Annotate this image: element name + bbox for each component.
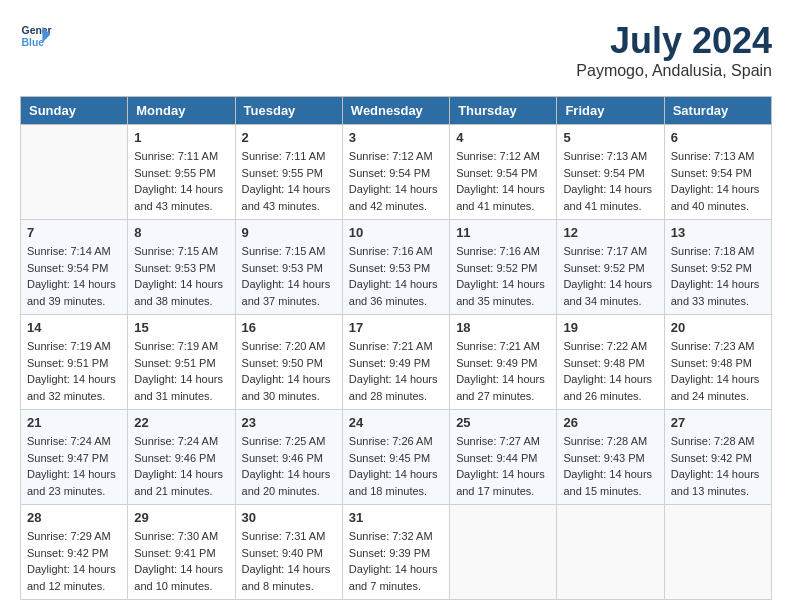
day-number: 13 <box>671 225 765 240</box>
day-info: Sunrise: 7:11 AMSunset: 9:55 PMDaylight:… <box>242 148 336 214</box>
svg-text:Blue: Blue <box>22 37 45 48</box>
day-info: Sunrise: 7:15 AMSunset: 9:53 PMDaylight:… <box>134 243 228 309</box>
weekday-header-cell: Sunday <box>21 97 128 125</box>
day-number: 5 <box>563 130 657 145</box>
day-number: 29 <box>134 510 228 525</box>
day-number: 7 <box>27 225 121 240</box>
day-number: 26 <box>563 415 657 430</box>
day-info: Sunrise: 7:31 AMSunset: 9:40 PMDaylight:… <box>242 528 336 594</box>
day-info: Sunrise: 7:16 AMSunset: 9:52 PMDaylight:… <box>456 243 550 309</box>
day-number: 17 <box>349 320 443 335</box>
calendar-day-cell: 8Sunrise: 7:15 AMSunset: 9:53 PMDaylight… <box>128 220 235 315</box>
calendar-day-cell: 13Sunrise: 7:18 AMSunset: 9:52 PMDayligh… <box>664 220 771 315</box>
calendar-day-cell: 17Sunrise: 7:21 AMSunset: 9:49 PMDayligh… <box>342 315 449 410</box>
day-number: 25 <box>456 415 550 430</box>
calendar-day-cell <box>664 505 771 600</box>
calendar-day-cell: 26Sunrise: 7:28 AMSunset: 9:43 PMDayligh… <box>557 410 664 505</box>
day-info: Sunrise: 7:25 AMSunset: 9:46 PMDaylight:… <box>242 433 336 499</box>
day-number: 27 <box>671 415 765 430</box>
calendar-day-cell: 25Sunrise: 7:27 AMSunset: 9:44 PMDayligh… <box>450 410 557 505</box>
calendar-week-row: 14Sunrise: 7:19 AMSunset: 9:51 PMDayligh… <box>21 315 772 410</box>
day-info: Sunrise: 7:23 AMSunset: 9:48 PMDaylight:… <box>671 338 765 404</box>
calendar-day-cell: 30Sunrise: 7:31 AMSunset: 9:40 PMDayligh… <box>235 505 342 600</box>
day-number: 1 <box>134 130 228 145</box>
day-number: 18 <box>456 320 550 335</box>
day-info: Sunrise: 7:18 AMSunset: 9:52 PMDaylight:… <box>671 243 765 309</box>
day-info: Sunrise: 7:26 AMSunset: 9:45 PMDaylight:… <box>349 433 443 499</box>
calendar-day-cell: 7Sunrise: 7:14 AMSunset: 9:54 PMDaylight… <box>21 220 128 315</box>
day-number: 2 <box>242 130 336 145</box>
weekday-header-cell: Saturday <box>664 97 771 125</box>
day-info: Sunrise: 7:24 AMSunset: 9:46 PMDaylight:… <box>134 433 228 499</box>
day-number: 8 <box>134 225 228 240</box>
day-number: 15 <box>134 320 228 335</box>
day-info: Sunrise: 7:16 AMSunset: 9:53 PMDaylight:… <box>349 243 443 309</box>
weekday-header-cell: Wednesday <box>342 97 449 125</box>
calendar-day-cell: 18Sunrise: 7:21 AMSunset: 9:49 PMDayligh… <box>450 315 557 410</box>
day-number: 12 <box>563 225 657 240</box>
calendar-day-cell: 16Sunrise: 7:20 AMSunset: 9:50 PMDayligh… <box>235 315 342 410</box>
day-number: 24 <box>349 415 443 430</box>
logo: General Blue <box>20 20 52 52</box>
day-info: Sunrise: 7:17 AMSunset: 9:52 PMDaylight:… <box>563 243 657 309</box>
logo-icon: General Blue <box>20 20 52 52</box>
day-number: 19 <box>563 320 657 335</box>
calendar-day-cell: 4Sunrise: 7:12 AMSunset: 9:54 PMDaylight… <box>450 125 557 220</box>
calendar-table: SundayMondayTuesdayWednesdayThursdayFrid… <box>20 96 772 600</box>
day-info: Sunrise: 7:19 AMSunset: 9:51 PMDaylight:… <box>134 338 228 404</box>
day-number: 22 <box>134 415 228 430</box>
day-number: 28 <box>27 510 121 525</box>
day-number: 6 <box>671 130 765 145</box>
day-info: Sunrise: 7:28 AMSunset: 9:43 PMDaylight:… <box>563 433 657 499</box>
calendar-day-cell: 10Sunrise: 7:16 AMSunset: 9:53 PMDayligh… <box>342 220 449 315</box>
title-area: July 2024 Paymogo, Andalusia, Spain <box>576 20 772 80</box>
calendar-day-cell: 5Sunrise: 7:13 AMSunset: 9:54 PMDaylight… <box>557 125 664 220</box>
page-header: General Blue July 2024 Paymogo, Andalusi… <box>20 20 772 80</box>
calendar-day-cell: 27Sunrise: 7:28 AMSunset: 9:42 PMDayligh… <box>664 410 771 505</box>
day-number: 3 <box>349 130 443 145</box>
calendar-day-cell: 24Sunrise: 7:26 AMSunset: 9:45 PMDayligh… <box>342 410 449 505</box>
calendar-week-row: 1Sunrise: 7:11 AMSunset: 9:55 PMDaylight… <box>21 125 772 220</box>
calendar-day-cell: 31Sunrise: 7:32 AMSunset: 9:39 PMDayligh… <box>342 505 449 600</box>
calendar-day-cell: 6Sunrise: 7:13 AMSunset: 9:54 PMDaylight… <box>664 125 771 220</box>
day-number: 10 <box>349 225 443 240</box>
day-number: 16 <box>242 320 336 335</box>
weekday-header-cell: Monday <box>128 97 235 125</box>
location-title: Paymogo, Andalusia, Spain <box>576 62 772 80</box>
day-info: Sunrise: 7:19 AMSunset: 9:51 PMDaylight:… <box>27 338 121 404</box>
day-info: Sunrise: 7:27 AMSunset: 9:44 PMDaylight:… <box>456 433 550 499</box>
weekday-header-row: SundayMondayTuesdayWednesdayThursdayFrid… <box>21 97 772 125</box>
calendar-day-cell <box>21 125 128 220</box>
calendar-day-cell: 28Sunrise: 7:29 AMSunset: 9:42 PMDayligh… <box>21 505 128 600</box>
day-info: Sunrise: 7:28 AMSunset: 9:42 PMDaylight:… <box>671 433 765 499</box>
weekday-header-cell: Tuesday <box>235 97 342 125</box>
calendar-day-cell: 23Sunrise: 7:25 AMSunset: 9:46 PMDayligh… <box>235 410 342 505</box>
calendar-day-cell: 12Sunrise: 7:17 AMSunset: 9:52 PMDayligh… <box>557 220 664 315</box>
calendar-week-row: 28Sunrise: 7:29 AMSunset: 9:42 PMDayligh… <box>21 505 772 600</box>
day-number: 9 <box>242 225 336 240</box>
calendar-day-cell <box>557 505 664 600</box>
calendar-day-cell: 11Sunrise: 7:16 AMSunset: 9:52 PMDayligh… <box>450 220 557 315</box>
day-number: 21 <box>27 415 121 430</box>
calendar-day-cell: 14Sunrise: 7:19 AMSunset: 9:51 PMDayligh… <box>21 315 128 410</box>
day-info: Sunrise: 7:21 AMSunset: 9:49 PMDaylight:… <box>349 338 443 404</box>
calendar-day-cell: 20Sunrise: 7:23 AMSunset: 9:48 PMDayligh… <box>664 315 771 410</box>
day-info: Sunrise: 7:13 AMSunset: 9:54 PMDaylight:… <box>563 148 657 214</box>
calendar-day-cell: 21Sunrise: 7:24 AMSunset: 9:47 PMDayligh… <box>21 410 128 505</box>
day-info: Sunrise: 7:24 AMSunset: 9:47 PMDaylight:… <box>27 433 121 499</box>
day-info: Sunrise: 7:22 AMSunset: 9:48 PMDaylight:… <box>563 338 657 404</box>
day-number: 14 <box>27 320 121 335</box>
day-info: Sunrise: 7:21 AMSunset: 9:49 PMDaylight:… <box>456 338 550 404</box>
calendar-day-cell: 1Sunrise: 7:11 AMSunset: 9:55 PMDaylight… <box>128 125 235 220</box>
calendar-day-cell: 2Sunrise: 7:11 AMSunset: 9:55 PMDaylight… <box>235 125 342 220</box>
day-info: Sunrise: 7:12 AMSunset: 9:54 PMDaylight:… <box>349 148 443 214</box>
day-number: 11 <box>456 225 550 240</box>
calendar-week-row: 21Sunrise: 7:24 AMSunset: 9:47 PMDayligh… <box>21 410 772 505</box>
day-info: Sunrise: 7:14 AMSunset: 9:54 PMDaylight:… <box>27 243 121 309</box>
calendar-week-row: 7Sunrise: 7:14 AMSunset: 9:54 PMDaylight… <box>21 220 772 315</box>
day-number: 23 <box>242 415 336 430</box>
day-info: Sunrise: 7:15 AMSunset: 9:53 PMDaylight:… <box>242 243 336 309</box>
day-number: 20 <box>671 320 765 335</box>
day-info: Sunrise: 7:11 AMSunset: 9:55 PMDaylight:… <box>134 148 228 214</box>
day-number: 4 <box>456 130 550 145</box>
